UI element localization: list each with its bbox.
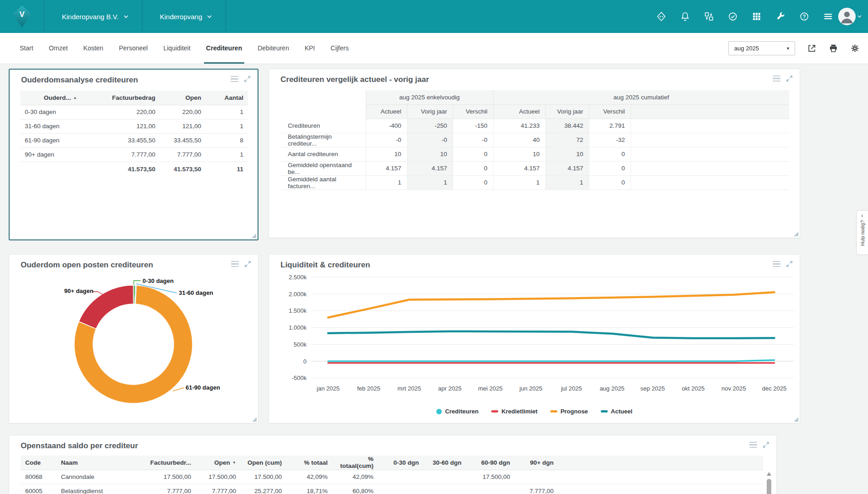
swap-icon[interactable] (704, 11, 714, 22)
x-axis-tick-label: apr 2025 (438, 385, 461, 392)
card-expand-icon[interactable] (244, 76, 251, 82)
cell: -0 (453, 133, 493, 147)
card-menu-icon[interactable] (231, 76, 238, 82)
notifications-bell-icon[interactable] (680, 11, 690, 22)
blank-cell (558, 456, 763, 470)
table-row: Gemiddeld openstaand be...4.1574.15704.1… (280, 161, 789, 175)
cell: -250 (407, 119, 453, 133)
table-row: Crediteuren-400-250-15041.23338.4422.791 (280, 119, 789, 133)
assistant-icon[interactable] (656, 11, 666, 22)
x-axis-tick-label: jan 2025 (316, 385, 340, 392)
legend-item-crediteuren[interactable]: Crediteuren (436, 408, 478, 415)
column-header-vorigjaar[interactable]: Vorig jaar (545, 104, 589, 119)
column-header-open[interactable]: Open (160, 91, 206, 105)
saldo-table-body: 80068Cannondale17.500,0017.500,0017.500,… (21, 470, 763, 494)
column-header-totaal[interactable]: % totaal (286, 456, 332, 470)
period-select[interactable]: aug 2025 ▼ (728, 41, 795, 55)
column-header-actueel[interactable]: Actueel (493, 104, 545, 119)
card-expand-icon[interactable] (763, 441, 769, 448)
row-name: Cannondale (56, 470, 144, 484)
column-header-3060dgn[interactable]: 30-60 dgn (423, 456, 466, 470)
help-panel-tab[interactable]: ‹ Hulp nodig? (856, 210, 868, 255)
chevron-down-icon (124, 15, 128, 18)
y-axis-tick-label: 1.000k (289, 324, 307, 331)
dashboard-dropdown[interactable]: Kinderopvang (143, 0, 226, 33)
tab-debiteuren[interactable]: Debiteuren (250, 33, 297, 64)
table-header-row: CodeNaamFactuurbedr...Open▼Open (cum)% t… (21, 456, 763, 470)
blank-cell (631, 104, 789, 119)
card-menu-icon[interactable] (773, 76, 780, 81)
print-icon[interactable] (829, 43, 838, 53)
export-icon[interactable] (807, 43, 817, 53)
user-menu[interactable] (838, 8, 862, 25)
logo-section[interactable]: V (0, 0, 44, 33)
card-menu-icon[interactable] (749, 442, 757, 448)
legend-item-actueel[interactable]: Actueel (601, 408, 632, 415)
legend-item-kredietlimiet[interactable]: Kredietlimiet (491, 408, 538, 415)
y-axis-tick-label: 1.500k (289, 307, 307, 314)
table-scrollbar[interactable] (766, 470, 772, 494)
blank-cell (631, 133, 789, 147)
x-axis-tick-label: sep 2025 (640, 385, 665, 392)
cell (378, 470, 423, 484)
cell: 17.500,00 (466, 470, 515, 484)
tab-kpi[interactable]: KPI (297, 33, 323, 64)
blank-cell (631, 147, 789, 161)
cell: 17.500,00 (144, 470, 196, 484)
cell: 0 (589, 147, 631, 161)
table-row: 80068Cannondale17.500,0017.500,0017.500,… (21, 470, 763, 484)
check-circle-icon[interactable] (728, 11, 738, 22)
cell: 0 (453, 175, 493, 190)
y-axis-tick-label: -500k (291, 375, 307, 381)
card-title: Openstaand saldo per crediteur (21, 441, 138, 451)
cell: 0 (453, 147, 493, 161)
app-logo-icon: V (12, 5, 32, 28)
tab-omzet[interactable]: Omzet (41, 33, 76, 64)
company-dropdown[interactable]: Kinderopvang B.V. (44, 0, 143, 33)
cell: 4.157 (493, 161, 545, 175)
column-header-verschil[interactable]: Verschil (589, 104, 631, 119)
column-header-naam[interactable]: Naam (56, 456, 144, 470)
tab-liquiditeit[interactable]: Liquiditeit (155, 33, 198, 64)
column-header-open[interactable]: Open▼ (196, 456, 241, 470)
scrollbar-thumb[interactable] (767, 479, 771, 494)
tab-cijfers[interactable]: Cijfers (323, 33, 357, 64)
card-expand-icon[interactable] (786, 75, 793, 82)
scroll-up-icon[interactable] (767, 472, 771, 476)
help-icon[interactable]: ? (799, 11, 809, 22)
tab-crediteuren[interactable]: Crediteuren (198, 33, 250, 64)
row-label: Betalingstermijn crediteur... (280, 133, 366, 147)
column-header-actueel[interactable]: Actueel (366, 104, 407, 119)
tab-start[interactable]: Start (12, 33, 41, 64)
column-header-ouderd[interactable]: Ouderd...▲ (20, 91, 100, 105)
column-header-totaalcum[interactable]: % totaal(cum) (332, 456, 378, 470)
aging-table-body: 0-30 dagen220,00220,00131-60 dagen121,00… (20, 105, 248, 162)
column-header-90dgn[interactable]: 90+ dgn (515, 456, 558, 470)
wrench-icon[interactable] (775, 11, 786, 22)
column-header-factuurbedrag[interactable]: Factuurbedrag (100, 91, 160, 105)
column-header-6090dgn[interactable]: 60-90 dgn (466, 456, 515, 470)
card-crediteuren-vergelijk: Crediteuren vergelijk actueel - vorig ja… (269, 69, 800, 238)
apps-grid-icon[interactable] (752, 11, 762, 22)
resize-handle[interactable] (794, 232, 798, 236)
column-header-aantal[interactable]: Aantal (206, 91, 248, 105)
legend-marker-icon (491, 410, 498, 413)
cell: 17.500,00 (196, 470, 241, 484)
column-header-030dgn[interactable]: 0-30 dgn (378, 456, 423, 470)
tab-kosten[interactable]: Kosten (76, 33, 111, 64)
resize-handle[interactable] (794, 417, 798, 422)
column-header-code[interactable]: Code (21, 456, 56, 470)
compare-table-body: Crediteuren-400-250-15041.23338.4422.791… (280, 119, 789, 190)
column-header-opencum[interactable]: Open (cum) (241, 456, 286, 470)
cell (515, 470, 558, 484)
column-header-vorigjaar[interactable]: Vorig jaar (407, 104, 453, 119)
cell: 7.777,00 (196, 484, 241, 494)
menu-icon[interactable] (823, 11, 833, 22)
resize-handle[interactable] (252, 233, 256, 238)
column-header-factuurbedr[interactable]: Factuurbedr... (144, 456, 196, 470)
settings-gear-icon[interactable] (850, 43, 860, 53)
resize-handle[interactable] (252, 417, 257, 422)
column-header-verschil[interactable]: Verschil (453, 104, 493, 119)
legend-item-prognose[interactable]: Prognose (550, 408, 588, 415)
tab-personeel[interactable]: Personeel (111, 33, 155, 64)
